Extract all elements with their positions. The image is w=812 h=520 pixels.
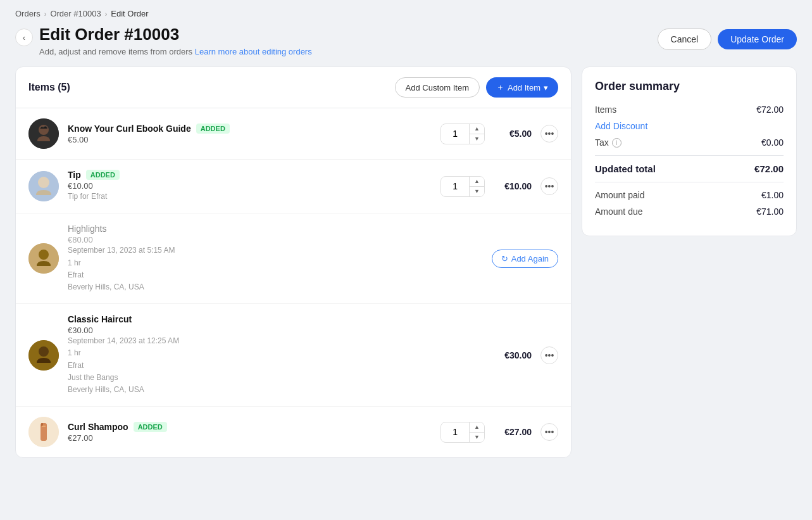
breadcrumb-sep-1: ›	[44, 10, 47, 18]
item-name: Classic Haircut	[68, 314, 132, 324]
item-detail-variant: Just the Bangs	[68, 372, 485, 384]
page-title: Edit Order #10003	[39, 25, 312, 44]
item-total: €10.00	[494, 181, 532, 191]
table-row: Curl Shampoo ADDED €27.00 ▲ ▼ €27.00 •••	[16, 407, 571, 457]
avatar	[28, 417, 59, 447]
avatar	[28, 340, 59, 371]
quantity-stepper[interactable]: ▲ ▼	[440, 176, 485, 197]
status-badge: ADDED	[86, 170, 120, 180]
tax-label-row: Tax i	[595, 137, 621, 148]
header-left: ‹ Edit Order #10003 Add, adjust and remo…	[15, 25, 312, 56]
updated-total-value: €72.00	[754, 163, 784, 174]
item-total: €27.00	[494, 427, 532, 437]
breadcrumb-sep-2: ›	[105, 10, 108, 18]
qty-up-button[interactable]: ▲	[470, 422, 484, 433]
breadcrumb: Orders › Order #10003 › Edit Order	[0, 0, 812, 18]
items-label: Items	[595, 105, 616, 115]
item-detail-location: Beverly Hills, CA, USA	[68, 281, 483, 293]
items-actions: Add Custom Item ＋ Add Item ▾	[395, 77, 558, 98]
qty-down-button[interactable]: ▼	[470, 134, 484, 144]
summary-divider-2	[595, 182, 784, 182]
items-value: €72.00	[756, 105, 784, 115]
header-title-block: Edit Order #10003 Add, adjust and remove…	[39, 25, 312, 56]
updated-total-row: Updated total €72.00	[595, 163, 784, 174]
tax-label: Tax	[595, 137, 609, 148]
refresh-icon: ↻	[501, 254, 508, 263]
back-button[interactable]: ‹	[15, 29, 33, 46]
qty-down-button[interactable]: ▼	[470, 187, 484, 196]
quantity-input[interactable]	[441, 125, 469, 143]
amount-due-value: €71.00	[756, 206, 784, 217]
item-detail-date: September 13, 2023 at 5:15 AM	[68, 244, 483, 257]
item-quantity: ▲ ▼	[440, 176, 485, 197]
plus-icon: ＋	[496, 82, 504, 93]
item-name-row: Know Your Curl Ebook Guide ADDED	[68, 124, 432, 134]
item-detail-location: Beverly Hills, CA, USA	[68, 384, 485, 396]
update-order-button[interactable]: Update Order	[718, 29, 797, 49]
item-name: Tip	[68, 170, 81, 180]
main-layout: Items (5) Add Custom Item ＋ Add Item ▾	[0, 67, 812, 473]
item-name-row: Curl Shampoo ADDED	[68, 422, 432, 432]
add-discount-row: Add Discount	[595, 121, 784, 131]
breadcrumb-orders[interactable]: Orders	[15, 9, 41, 18]
status-badge: ADDED	[196, 124, 230, 134]
cancel-button[interactable]: Cancel	[658, 29, 712, 50]
items-title: Items (5)	[28, 82, 70, 93]
item-detail: Tip for Efrat	[68, 191, 432, 203]
add-again-label: Add Again	[511, 254, 549, 263]
add-discount-button[interactable]: Add Discount	[595, 121, 647, 131]
avatar	[28, 118, 59, 149]
add-item-button[interactable]: ＋ Add Item ▾	[486, 77, 558, 98]
learn-more-link[interactable]: Learn more about editing orders	[195, 47, 312, 56]
item-detail-staff: Efrat	[68, 360, 485, 372]
add-item-label: Add Item	[508, 83, 540, 92]
item-price: €80.00	[68, 235, 483, 244]
breadcrumb-edit: Edit Order	[111, 9, 148, 18]
page-subtitle: Add, adjust and remove items from orders…	[39, 47, 312, 56]
amount-due-row: Amount due €71.00	[595, 206, 784, 217]
summary-title: Order summary	[595, 80, 784, 93]
quantity-stepper[interactable]: ▲ ▼	[440, 422, 485, 443]
tax-row: Tax i €0.00	[595, 137, 784, 148]
item-name: Highlights	[68, 224, 106, 234]
qty-up-button[interactable]: ▲	[470, 124, 484, 134]
item-menu-button[interactable]: •••	[540, 177, 558, 195]
table-row: Know Your Curl Ebook Guide ADDED €5.00 ▲…	[16, 108, 571, 160]
avatar	[28, 243, 59, 274]
item-name-row: Tip ADDED	[68, 170, 432, 180]
qty-down-button[interactable]: ▼	[470, 433, 484, 442]
qty-up-button[interactable]: ▲	[470, 177, 484, 187]
add-again-button[interactable]: ↻ Add Again	[492, 250, 558, 268]
svg-rect-11	[42, 426, 46, 427]
item-name-row: Highlights	[68, 224, 483, 234]
svg-point-3	[38, 177, 49, 188]
svg-point-7	[39, 346, 49, 357]
qty-arrows: ▲ ▼	[469, 422, 484, 442]
qty-arrows: ▲ ▼	[469, 124, 484, 144]
quantity-input[interactable]	[441, 423, 469, 441]
items-panel: Items (5) Add Custom Item ＋ Add Item ▾	[15, 67, 572, 458]
table-row: Tip ADDED €10.00 Tip for Efrat ▲ ▼ €10.0…	[16, 160, 571, 213]
item-price: €5.00	[68, 135, 432, 144]
item-menu-button[interactable]: •••	[540, 423, 558, 441]
info-icon[interactable]: i	[612, 138, 621, 148]
status-badge: ADDED	[134, 422, 167, 432]
breadcrumb-order[interactable]: Order #10003	[50, 9, 101, 18]
item-info: Classic Haircut €30.00 September 14, 202…	[68, 314, 485, 396]
items-header: Items (5) Add Custom Item ＋ Add Item ▾	[16, 67, 571, 108]
summary-items-row: Items €72.00	[595, 105, 784, 115]
item-menu-button[interactable]: •••	[540, 346, 558, 364]
tax-value: €0.00	[761, 137, 784, 148]
order-summary-panel: Order summary Items €72.00 Add Discount …	[582, 67, 797, 236]
item-menu-button[interactable]: •••	[540, 125, 558, 143]
quantity-input[interactable]	[441, 177, 469, 195]
table-row: Classic Haircut €30.00 September 14, 202…	[16, 304, 571, 407]
item-info: Tip ADDED €10.00 Tip for Efrat	[68, 170, 432, 203]
add-custom-item-button[interactable]: Add Custom Item	[395, 77, 480, 98]
item-name: Curl Shampoo	[68, 422, 128, 432]
quantity-stepper[interactable]: ▲ ▼	[440, 124, 485, 144]
svg-point-5	[39, 250, 49, 260]
item-name-row: Classic Haircut	[68, 314, 485, 324]
svg-point-1	[39, 125, 49, 135]
header-actions: Cancel Update Order	[658, 29, 797, 50]
